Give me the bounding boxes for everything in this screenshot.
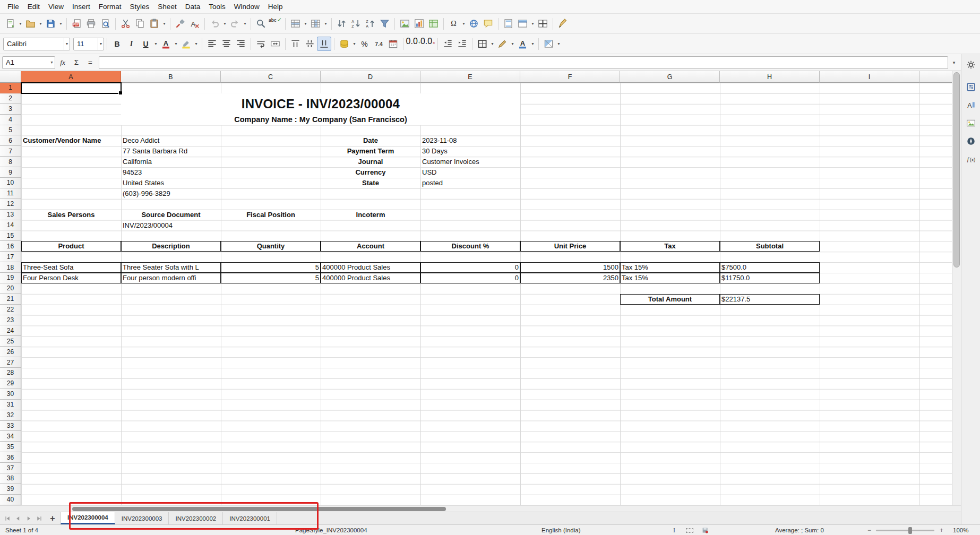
cell-D8[interactable]: Journal xyxy=(321,157,420,167)
cell-B8[interactable]: California xyxy=(121,157,221,167)
function-wizard-icon[interactable]: fx xyxy=(56,56,69,69)
cell-E18[interactable]: 0 xyxy=(420,262,520,273)
insert-hyperlink-icon[interactable] xyxy=(467,16,481,31)
menu-view[interactable]: View xyxy=(44,1,68,12)
highlight-color-button[interactable] xyxy=(179,37,193,51)
format-date-icon[interactable] xyxy=(386,37,400,51)
format-percent-icon[interactable]: % xyxy=(357,37,372,51)
menu-sheet[interactable]: Sheet xyxy=(153,1,180,12)
font-name-combo[interactable]: Calibri▾ xyxy=(3,38,70,50)
row-header-18[interactable]: 18 xyxy=(0,262,21,273)
font-color-button[interactable]: A xyxy=(159,37,173,51)
row-header-30[interactable]: 30 xyxy=(0,389,21,400)
cell-C18[interactable]: 5 xyxy=(221,262,321,273)
sheet-tab-INV202300002[interactable]: INV202300002 xyxy=(169,512,223,524)
add-decimal-icon[interactable]: 0.0+ xyxy=(406,37,420,51)
properties-icon[interactable] xyxy=(964,80,978,94)
bold-button[interactable]: B xyxy=(110,37,124,51)
cell-C16[interactable]: Quantity xyxy=(221,241,321,252)
save-dropdown[interactable]: ▾ xyxy=(58,16,64,31)
cell-B10[interactable]: United States xyxy=(121,178,221,188)
special-character-dropdown[interactable]: ▾ xyxy=(461,16,467,31)
text-language[interactable]: English (India) xyxy=(541,525,581,535)
cell-E8[interactable]: Customer Invoices xyxy=(420,157,520,167)
row-header-23[interactable]: 23 xyxy=(0,315,21,326)
row-header-22[interactable]: 22 xyxy=(0,305,21,315)
menu-help[interactable]: Help xyxy=(264,1,287,12)
delete-decimal-icon[interactable]: 0.0x xyxy=(420,37,435,51)
horizontal-scrollbar-thumb[interactable] xyxy=(72,507,446,511)
insert-chart-icon[interactable] xyxy=(412,16,426,31)
page-style[interactable]: PageStyle_INV202300004 xyxy=(295,525,367,535)
row-header-31[interactable]: 31 xyxy=(0,400,21,410)
cell-B11[interactable]: (603)-996-3829 xyxy=(121,188,221,199)
cell-G18[interactable]: Tax 15% xyxy=(620,262,720,273)
cell-D13[interactable]: Incoterm xyxy=(321,210,420,220)
row-header-5[interactable]: 5 xyxy=(0,125,21,136)
add-sheet-button[interactable]: + xyxy=(47,512,58,524)
selection-stats[interactable]: Average: ; Sum: 0 xyxy=(775,525,824,535)
cell-H18[interactable]: $7500.0 xyxy=(720,262,820,273)
cell-B2[interactable]: INVOICE - INV/2023/00004 xyxy=(121,93,520,115)
column-header-B[interactable]: B xyxy=(121,71,221,83)
cell-E16[interactable]: Discount % xyxy=(420,241,520,252)
gallery-icon[interactable] xyxy=(964,116,978,131)
name-box-dropdown[interactable]: ▾ xyxy=(49,55,55,70)
underline-button[interactable]: U xyxy=(139,37,153,51)
menu-window[interactable]: Window xyxy=(230,1,264,12)
next-sheet-button[interactable] xyxy=(23,512,34,524)
row-header-21[interactable]: 21 xyxy=(0,294,21,305)
row-header-14[interactable]: 14 xyxy=(0,220,21,231)
zoom-level[interactable]: 100% xyxy=(953,525,968,535)
print-icon[interactable] xyxy=(84,16,98,31)
border-color-icon[interactable]: A xyxy=(515,37,530,51)
italic-button[interactable]: I xyxy=(124,37,139,51)
row-header-4[interactable]: 4 xyxy=(0,115,21,125)
row-header-7[interactable]: 7 xyxy=(0,146,21,157)
paste-dropdown[interactable]: ▾ xyxy=(161,16,167,31)
column-header-A[interactable]: A xyxy=(21,71,121,83)
column-header-G[interactable]: G xyxy=(620,71,720,83)
insert-row-icon[interactable] xyxy=(288,16,303,31)
split-window-icon[interactable] xyxy=(536,16,550,31)
row-header-36[interactable]: 36 xyxy=(0,452,21,463)
cell-D6[interactable]: Date xyxy=(321,135,420,146)
selection-mode-icon[interactable] xyxy=(686,525,693,535)
row-header-8[interactable]: 8 xyxy=(0,157,21,167)
border-style-dropdown[interactable]: ▾ xyxy=(510,37,515,51)
cell-G21[interactable]: Total Amount xyxy=(620,294,720,305)
highlight-color-dropdown[interactable]: ▾ xyxy=(193,37,199,51)
conditional-formatting-icon[interactable] xyxy=(541,37,556,51)
underline-dropdown[interactable]: ▾ xyxy=(153,37,159,51)
cell-B7[interactable]: 77 Santa Barbara Rd xyxy=(121,146,221,157)
sort-icon[interactable] xyxy=(334,16,349,31)
sum-icon[interactable]: Σ xyxy=(70,56,83,69)
conditional-formatting-dropdown[interactable]: ▾ xyxy=(556,37,562,51)
row-header-16[interactable]: 16 xyxy=(0,241,21,252)
zoom-slider[interactable] xyxy=(876,525,934,535)
borders-icon[interactable] xyxy=(475,37,489,51)
cell-B16[interactable]: Description xyxy=(121,241,221,252)
align-bottom-icon[interactable] xyxy=(317,37,331,51)
column-header-H[interactable]: H xyxy=(720,71,820,83)
spelling-icon[interactable]: abc✓ xyxy=(268,16,282,31)
row-header-26[interactable]: 26 xyxy=(0,347,21,357)
zoom-in-icon[interactable]: + xyxy=(938,525,945,535)
wrap-text-icon[interactable] xyxy=(254,37,268,51)
functions-icon[interactable]: f(x) xyxy=(964,152,978,167)
align-right-icon[interactable] xyxy=(234,37,248,51)
column-header-I[interactable]: I xyxy=(820,71,919,83)
cell-D10[interactable]: State xyxy=(321,178,420,188)
increase-indent-icon[interactable] xyxy=(455,37,469,51)
zoom-out-icon[interactable]: − xyxy=(865,525,873,535)
last-sheet-button[interactable] xyxy=(34,512,45,524)
save-icon[interactable] xyxy=(44,16,58,31)
insert-comment-icon[interactable] xyxy=(481,16,495,31)
row-header-29[interactable]: 29 xyxy=(0,378,21,389)
cell-B4[interactable]: Company Name : My Company (San Francisco… xyxy=(121,115,520,125)
print-preview-icon[interactable] xyxy=(98,16,113,31)
cell-A16[interactable]: Product xyxy=(21,241,121,252)
clear-formatting-icon[interactable]: A xyxy=(187,16,202,31)
cell-A18[interactable]: Three-Seat Sofa xyxy=(21,262,121,273)
paste-icon[interactable] xyxy=(147,16,161,31)
